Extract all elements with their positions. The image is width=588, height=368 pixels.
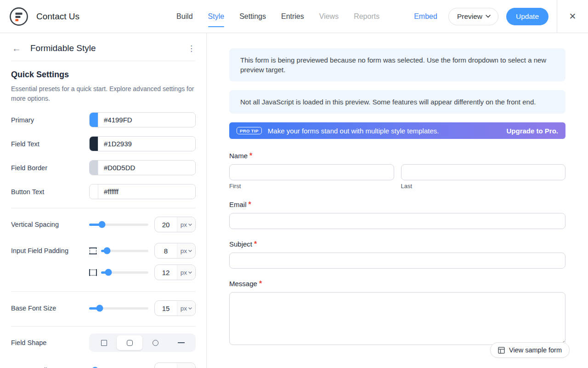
setting-row-vertical-spacing: Vertical Spacing 20 px: [11, 217, 196, 232]
shape-option-circle[interactable]: [142, 335, 168, 350]
message-textarea[interactable]: [229, 292, 565, 345]
slider-thumb[interactable]: [104, 247, 111, 254]
tab-style[interactable]: Style: [208, 12, 225, 21]
setting-row-corner-radius: Corner Radius: [11, 362, 196, 368]
contact-form: Name* First Last: [229, 152, 565, 368]
layout-icon: [498, 347, 505, 354]
unit-dropdown[interactable]: [177, 363, 195, 368]
divider: [11, 291, 196, 292]
divider: [11, 326, 196, 327]
field-group-message: Message*: [229, 280, 565, 345]
color-swatch[interactable]: [90, 113, 98, 127]
kebab-menu-icon[interactable]: ⋮: [187, 45, 195, 52]
tab-entries[interactable]: Entries: [281, 12, 304, 21]
main-nav: Build Style Settings Entries Views Repor…: [176, 12, 379, 21]
pro-tip-message: Make your forms stand out with multiple …: [268, 127, 439, 135]
input-padding-vertical-value: 8 px: [154, 243, 196, 259]
top-bar: Contact Us Build Style Settings Entries …: [0, 0, 588, 33]
field-border-color-picker[interactable]: [89, 160, 196, 175]
value-text: 20: [155, 221, 177, 229]
base-font-size-slider[interactable]: [89, 307, 148, 310]
field-group-email: Email*: [229, 201, 565, 229]
underline-icon: [178, 342, 185, 343]
email-input[interactable]: [229, 213, 565, 229]
base-font-size-value: 15 px: [154, 300, 196, 316]
setting-label: Field Border: [11, 164, 89, 172]
primary-color-picker[interactable]: [89, 112, 196, 127]
color-swatch[interactable]: [90, 137, 98, 151]
formidable-logo-icon: [9, 7, 28, 26]
sidebar-title: Formidable Style: [30, 43, 96, 53]
setting-row-field-shape: Field Shape: [11, 334, 196, 352]
pro-tip-banner: PRO TIP Make your forms stand out with m…: [229, 122, 565, 139]
primary-color-input[interactable]: [98, 113, 195, 127]
required-asterisk: *: [254, 240, 257, 248]
corner-radius-value: [154, 362, 196, 368]
sharp-square-icon: [101, 340, 107, 346]
value-text: 15: [155, 305, 177, 312]
unit-dropdown[interactable]: px: [177, 265, 195, 280]
required-asterisk: *: [249, 152, 252, 160]
button-text-color-input[interactable]: [98, 184, 195, 199]
shape-option-sharp[interactable]: [91, 335, 117, 350]
upgrade-to-pro-link[interactable]: Upgrade to Pro.: [506, 127, 558, 135]
rounded-square-icon: [127, 340, 133, 346]
color-swatch[interactable]: [90, 161, 98, 175]
embed-link[interactable]: Embed: [414, 12, 437, 21]
padding-vertical-icon: [89, 247, 97, 254]
setting-label: Vertical Spacing: [11, 221, 89, 228]
unit-dropdown[interactable]: px: [177, 301, 195, 316]
tab-reports: Reports: [354, 12, 379, 21]
unit-dropdown[interactable]: px: [177, 217, 195, 232]
button-text-color-picker[interactable]: [89, 184, 196, 199]
input-padding-horizontal-value: 12 px: [154, 264, 196, 280]
setting-label: Field Shape: [11, 339, 89, 346]
page-title: Contact Us: [36, 12, 79, 22]
tab-settings[interactable]: Settings: [239, 12, 266, 21]
input-padding-horizontal-slider[interactable]: [101, 271, 148, 274]
field-group-name: Name* First Last: [229, 152, 565, 190]
divider: [11, 208, 196, 208]
setting-row-field-border: Field Border: [11, 160, 196, 175]
setting-row-base-font-size: Base Font Size 15 px: [11, 300, 196, 316]
tab-views: Views: [319, 12, 339, 21]
slider-thumb[interactable]: [105, 269, 112, 276]
setting-label: Field Text: [11, 140, 89, 148]
field-border-color-input[interactable]: [98, 161, 195, 175]
slider-thumb[interactable]: [96, 305, 103, 312]
view-sample-form-button[interactable]: View sample form: [490, 342, 570, 358]
back-arrow-icon[interactable]: ←: [12, 44, 21, 53]
field-text-color-picker[interactable]: [89, 136, 196, 151]
setting-row-field-text: Field Text: [11, 136, 196, 151]
unit-dropdown[interactable]: px: [177, 243, 195, 258]
vertical-spacing-slider[interactable]: [89, 224, 148, 226]
workspace: ← Formidable Style ⋮ Quick Settings Esse…: [0, 33, 588, 368]
value-text: 12: [155, 269, 177, 276]
first-sub-label: First: [229, 183, 394, 190]
shape-option-rounded[interactable]: [117, 335, 142, 350]
style-sidebar: ← Formidable Style ⋮ Quick Settings Esse…: [0, 33, 207, 368]
tab-build[interactable]: Build: [176, 12, 193, 21]
update-button[interactable]: Update: [506, 8, 548, 25]
setting-label: Base Font Size: [11, 305, 89, 312]
preview-button[interactable]: Preview: [448, 8, 498, 25]
value-text: 8: [155, 247, 177, 255]
slider-thumb[interactable]: [99, 221, 106, 228]
last-name-input[interactable]: [401, 164, 566, 180]
input-padding-vertical-slider[interactable]: [101, 250, 148, 252]
sidebar-header: ← Formidable Style ⋮: [0, 33, 206, 61]
first-name-input[interactable]: [229, 164, 394, 180]
subject-input[interactable]: [229, 253, 565, 269]
field-label: Subject: [229, 240, 252, 248]
setting-row-input-padding-horizontal: 12 px: [11, 264, 196, 280]
close-icon[interactable]: ✕: [569, 11, 577, 22]
quick-settings-heading: Quick Settings: [11, 70, 196, 80]
divider: [11, 61, 195, 61]
setting-row-button-text: Button Text: [11, 184, 196, 199]
field-text-color-input[interactable]: [98, 137, 195, 151]
pro-tip-badge: PRO TIP: [237, 127, 262, 134]
color-swatch[interactable]: [90, 184, 98, 199]
notice-javascript: Not all JavaScript is loaded in this pre…: [229, 90, 565, 114]
notice-no-form-selected: This form is being previewed because no …: [229, 48, 565, 81]
shape-option-underline[interactable]: [168, 335, 194, 350]
